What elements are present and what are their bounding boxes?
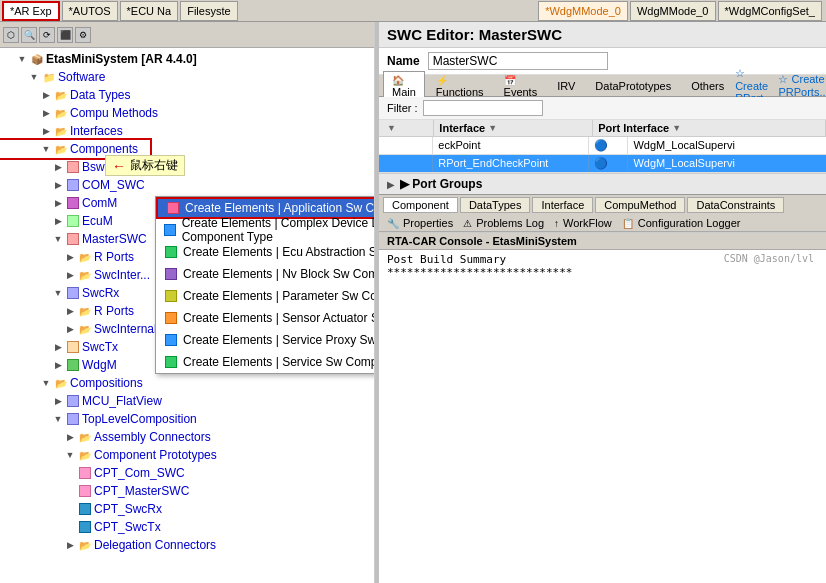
tab-autos[interactable]: *AUTOS bbox=[62, 1, 118, 21]
tree-delegation-connectors[interactable]: ▶ 📂 Delegation Connectors bbox=[0, 536, 374, 554]
table-row-1-col3-val: WdgM_LocalSupervi bbox=[633, 157, 735, 169]
right-tab-irv[interactable]: IRV bbox=[548, 77, 584, 95]
compumethods-arrow: ▶ bbox=[40, 107, 52, 119]
functions-tab-label: Functions bbox=[436, 86, 484, 98]
dataprototypes-tab-label: DataPrototypes bbox=[595, 80, 671, 92]
masterswc-label: MasterSWC bbox=[82, 232, 147, 246]
right-tab-2[interactable]: *WdgMConfigSet_ bbox=[718, 1, 823, 21]
bottom-tab-component-label: Component bbox=[392, 199, 449, 211]
software-arrow: ▼ bbox=[28, 71, 40, 83]
tree-area: ▼ 📦 EtasMiniSystem [AR 4.4.0] ▼ 📁 Softwa… bbox=[0, 48, 374, 583]
tree-cpt-com-swc[interactable]: CPT_Com_SWC bbox=[0, 464, 374, 482]
masterswc-icon bbox=[66, 232, 80, 246]
table-row-0[interactable]: eckPoint 🔵 WdgM_LocalSupervi bbox=[379, 137, 826, 155]
table-row-1-col2: 🔵 bbox=[589, 155, 629, 172]
toolbar-icon-1[interactable]: ⬡ bbox=[3, 27, 19, 43]
tree-cpt-masterswc[interactable]: CPT_MasterSWC bbox=[0, 482, 374, 500]
right-tab-dataprototypes[interactable]: DataPrototypes bbox=[586, 77, 680, 95]
tab-ar-exp[interactable]: *AR Exp bbox=[2, 1, 60, 21]
tree-root[interactable]: ▼ 📦 EtasMiniSystem [AR 4.4.0] bbox=[0, 50, 374, 68]
wdgm-label: WdgM bbox=[82, 358, 117, 372]
tree-mcu-flatview[interactable]: ▶ MCU_FlatView bbox=[0, 392, 374, 410]
cpt-swctx-label: CPT_SwcTx bbox=[94, 520, 161, 534]
cm-icon-5 bbox=[164, 311, 178, 325]
ecum-arrow: ▶ bbox=[52, 215, 64, 227]
bswm-arrow: ▶ bbox=[52, 161, 64, 173]
create-prports-link[interactable]: ☆ Create PRPorts... bbox=[778, 73, 826, 98]
tree-toplevelcomp[interactable]: ▼ TopLevelComposition bbox=[0, 410, 374, 428]
swcrx-icon bbox=[66, 286, 80, 300]
tree-com-swc[interactable]: ▶ COM_SWC bbox=[0, 176, 374, 194]
toolbar-icon-2[interactable]: 🔍 bbox=[21, 27, 37, 43]
table-row-1-col1: RPort_EndCheckPoint bbox=[433, 155, 588, 172]
context-menu-item-1[interactable]: Create Elements | Complex Device Driver … bbox=[156, 219, 374, 241]
console-tab-workflow[interactable]: WorkFlow bbox=[563, 217, 612, 229]
col-2-label: Port Interface bbox=[598, 122, 669, 134]
functions-tab-icon: ⚡ bbox=[436, 75, 448, 86]
console-tab-configlogger[interactable]: Configuration Logger bbox=[638, 217, 741, 229]
console-tab-properties[interactable]: Properties bbox=[403, 217, 453, 229]
bottom-tab-component[interactable]: Component bbox=[383, 197, 458, 213]
swcinternalbehavior-icon: 📂 bbox=[78, 322, 92, 336]
right-tab-0-label: *WdgMMode_0 bbox=[545, 5, 621, 17]
cm-label-3: Create Elements | Nv Block Sw Component … bbox=[183, 267, 374, 281]
name-input[interactable] bbox=[428, 52, 608, 70]
filter-icon-1[interactable]: ▼ bbox=[488, 123, 497, 133]
tree-root-arrow: ▼ bbox=[16, 53, 28, 65]
right-tab-functions[interactable]: ⚡ Functions bbox=[427, 71, 493, 101]
toolbar-icon-3[interactable]: ⟳ bbox=[39, 27, 55, 43]
bottom-tab-dataconstraints-label: DataConstraints bbox=[696, 199, 775, 211]
table-row-1[interactable]: RPort_EndCheckPoint 🔵 WdgM_LocalSupervi bbox=[379, 155, 826, 173]
tree-compumethods[interactable]: ▶ 📂 Compu Methods bbox=[0, 104, 374, 122]
tree-interfaces[interactable]: ▶ 📂 Interfaces bbox=[0, 122, 374, 140]
swcinternal-icon: 📂 bbox=[78, 268, 92, 282]
bottom-tab-interface[interactable]: Interface bbox=[532, 197, 593, 213]
tree-software[interactable]: ▼ 📁 Software bbox=[0, 68, 374, 86]
cpt-swcrx-icon bbox=[78, 502, 92, 516]
context-menu-item-6[interactable]: Create Elements | Service Proxy Sw Compo… bbox=[156, 329, 374, 351]
right-panel-title-prefix: SWC Editor: bbox=[387, 26, 479, 43]
context-menu-item-5[interactable]: Create Elements | Sensor Actuator Sw Com… bbox=[156, 307, 374, 329]
context-menu-item-7[interactable]: Create Elements | Service Sw Component T… bbox=[156, 351, 374, 373]
ecum-icon bbox=[66, 214, 80, 228]
right-tab-1-label: WdgMMode_0 bbox=[637, 5, 709, 17]
tree-cpt-swctx[interactable]: CPT_SwcTx bbox=[0, 518, 374, 536]
context-menu-item-3[interactable]: Create Elements | Nv Block Sw Component … bbox=[156, 263, 374, 285]
tab-filesyste[interactable]: Filesyste bbox=[180, 1, 237, 21]
tree-component-prototypes[interactable]: ▼ 📂 Component Prototypes bbox=[0, 446, 374, 464]
right-tab-main[interactable]: 🏠 Main bbox=[383, 71, 425, 101]
tab-ecu[interactable]: *ECU Na bbox=[120, 1, 179, 21]
tree-cpt-swcrx[interactable]: CPT_SwcRx bbox=[0, 500, 374, 518]
bottom-tab-dataconstraints[interactable]: DataConstraints bbox=[687, 197, 784, 213]
compositions-arrow: ▼ bbox=[40, 377, 52, 389]
port-group-row[interactable]: ▶ ▶ Port Groups bbox=[379, 173, 826, 194]
right-tab-others[interactable]: Others bbox=[682, 77, 733, 95]
right-tab-0[interactable]: *WdgMMode_0 bbox=[538, 1, 628, 21]
tree-bswm[interactable]: ▶ BswM bbox=[0, 158, 374, 176]
right-tab-1[interactable]: WdgMMode_0 bbox=[630, 1, 716, 21]
tree-datatypes[interactable]: ▶ 📂 Data Types bbox=[0, 86, 374, 104]
tree-components[interactable]: ▼ 📂 Components bbox=[0, 140, 150, 158]
console-watermark: CSDN @Jason/lvl bbox=[724, 253, 814, 264]
bottom-tab-compumethod[interactable]: CompuMethod bbox=[595, 197, 685, 213]
events-tab-label: Events bbox=[504, 86, 538, 98]
context-menu-item-4[interactable]: Create Elements | Parameter Sw Component… bbox=[156, 285, 374, 307]
table-row-1-col1-val: RPort_EndCheckPoint bbox=[438, 157, 548, 169]
wdgm-arrow: ▶ bbox=[52, 359, 64, 371]
com-swc-arrow: ▶ bbox=[52, 179, 64, 191]
filter-icon-2[interactable]: ▼ bbox=[672, 123, 681, 133]
table-row-0-col0 bbox=[379, 137, 433, 154]
toolbar-icon-5[interactable]: ⚙ bbox=[75, 27, 91, 43]
swcrx-arrow: ▼ bbox=[52, 287, 64, 299]
filter-label: Filter : bbox=[387, 102, 418, 114]
tree-compositions[interactable]: ▼ 📂 Compositions bbox=[0, 374, 374, 392]
console-tab-problems[interactable]: Problems Log bbox=[476, 217, 544, 229]
context-menu-item-2[interactable]: Create Elements | Ecu Abstraction Sw Com… bbox=[156, 241, 374, 263]
bottom-tab-datatypes[interactable]: DataTypes bbox=[460, 197, 531, 213]
right-tab-events[interactable]: 📅 Events bbox=[495, 71, 547, 101]
tree-assembly-connectors[interactable]: ▶ 📂 Assembly Connectors bbox=[0, 428, 374, 446]
table-row-1-col0 bbox=[379, 155, 433, 172]
filter-icon-0[interactable]: ▼ bbox=[387, 123, 396, 133]
filter-input[interactable] bbox=[423, 100, 543, 116]
toolbar-icon-4[interactable]: ⬛ bbox=[57, 27, 73, 43]
